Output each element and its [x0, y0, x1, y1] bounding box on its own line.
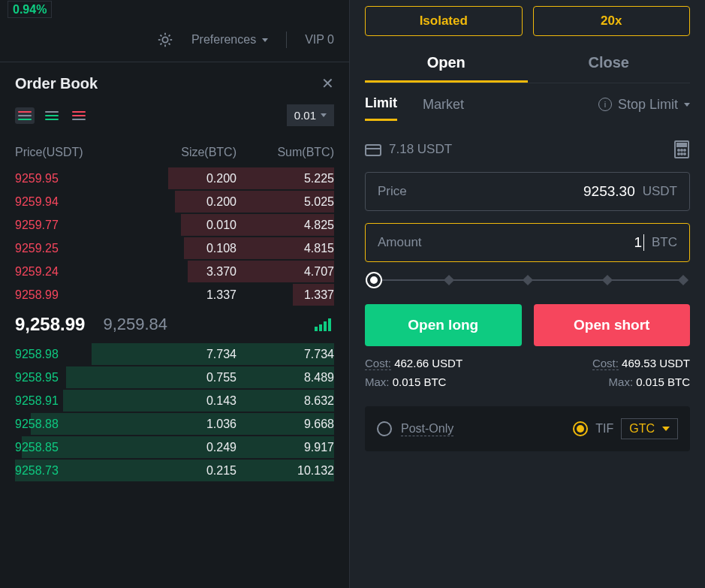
- row-price: 9258.99: [15, 288, 128, 302]
- mid-mark-price: 9,259.84: [103, 315, 167, 334]
- orderbook-row[interactable]: 9259.243.3704.707: [15, 260, 334, 283]
- orderbook-row[interactable]: 9259.950.2005.225: [15, 167, 334, 190]
- orderbook-view-both-icon[interactable]: [15, 107, 35, 124]
- header-size: Size(BTC): [128, 146, 237, 159]
- row-price: 9258.91: [15, 394, 128, 408]
- order-panel: Isolated 20x Open Close Limit Market i S…: [349, 0, 705, 588]
- orderbook-header: Order Book ✕: [0, 62, 349, 100]
- row-size: 0.215: [128, 464, 237, 478]
- svg-point-20: [678, 153, 679, 155]
- row-sum: 4.815: [237, 242, 334, 255]
- amount-slider[interactable]: [369, 274, 685, 286]
- tick-size-dropdown[interactable]: 0.01: [287, 104, 334, 126]
- ordertype-stop-limit[interactable]: i Stop Limit: [598, 97, 690, 120]
- short-cost-max: Cost: 469.53 USDT Max: 0.015 BTC: [592, 357, 690, 388]
- orderbook-row[interactable]: 9258.950.7558.489: [15, 366, 334, 389]
- balance-row: 7.18 USDT: [365, 128, 690, 172]
- orderbook-asks: 9259.950.2005.2259259.940.2005.0259259.7…: [0, 167, 349, 306]
- ordertype-stop-label: Stop Limit: [618, 97, 678, 113]
- ordertype-limit[interactable]: Limit: [365, 95, 397, 121]
- amount-input[interactable]: Amount 1 BTC: [365, 223, 690, 262]
- row-size: 0.249: [128, 441, 237, 454]
- long-max-label: Max:: [365, 375, 390, 388]
- price-label: Price: [378, 184, 407, 199]
- slider-stop: [523, 275, 533, 285]
- post-only-radio[interactable]: [377, 421, 392, 436]
- tab-open[interactable]: Open: [365, 41, 528, 83]
- row-sum: 1.337: [237, 288, 334, 302]
- orderbook-row[interactable]: 9258.881.0369.668: [15, 412, 334, 436]
- orderbook-mid: 9,258.99 9,259.84: [0, 306, 349, 342]
- orderbook-row[interactable]: 9259.940.2005.025: [15, 190, 334, 213]
- orderbook-title: Order Book: [15, 75, 98, 92]
- row-price: 9258.88: [15, 418, 128, 431]
- price-input[interactable]: Price 9253.30 USDT: [365, 172, 690, 211]
- chevron-down-icon: [262, 38, 268, 42]
- orderbook-row[interactable]: 9258.850.2499.917: [15, 436, 334, 459]
- row-sum: 5.225: [237, 172, 334, 185]
- row-price: 9258.73: [15, 464, 128, 478]
- preferences-label: Preferences: [191, 33, 256, 47]
- long-cost-value: 462.66 USDT: [394, 357, 462, 369]
- svg-line-6: [168, 44, 170, 45]
- orderbook-row[interactable]: 9258.987.7347.734: [15, 342, 334, 366]
- row-price: 9259.25: [15, 242, 128, 255]
- orderbook-bids: 9258.987.7347.7349258.950.7558.4899258.9…: [0, 342, 349, 482]
- row-size: 0.143: [128, 394, 237, 408]
- ordertype-market[interactable]: Market: [423, 97, 464, 120]
- svg-rect-13: [366, 145, 381, 155]
- orderbook-row[interactable]: 9259.770.0104.825: [15, 213, 334, 237]
- vip-label[interactable]: VIP 0: [305, 33, 334, 47]
- row-price: 9259.24: [15, 265, 128, 279]
- slider-thumb[interactable]: [367, 273, 381, 287]
- action-buttons: Open long Open short: [365, 304, 690, 346]
- order-type-tabs: Limit Market i Stop Limit: [365, 83, 690, 128]
- mid-price: 9,258.99: [15, 314, 85, 335]
- preferences-dropdown[interactable]: Preferences: [191, 33, 268, 47]
- depth-bars-icon[interactable]: [315, 318, 334, 331]
- row-sum: 8.489: [237, 371, 334, 384]
- tab-close[interactable]: Close: [528, 41, 691, 83]
- margin-mode-button[interactable]: Isolated: [365, 6, 523, 36]
- row-sum: 4.707: [237, 265, 334, 279]
- row-size: 1.036: [128, 418, 237, 431]
- open-long-button[interactable]: Open long: [365, 304, 522, 346]
- svg-rect-16: [677, 143, 686, 146]
- brightness-icon[interactable]: [157, 32, 173, 48]
- svg-point-17: [678, 149, 679, 151]
- leverage-button[interactable]: 20x: [533, 6, 691, 36]
- short-max-label: Max:: [609, 375, 634, 388]
- orderbook-row[interactable]: 9259.250.1084.815: [15, 237, 334, 260]
- tick-size-value: 0.01: [294, 109, 316, 122]
- short-cost-label: Cost:: [592, 357, 619, 370]
- tif-dropdown[interactable]: GTC: [621, 418, 678, 439]
- price-change-percent: 0.94%: [8, 1, 52, 18]
- header-sum: Sum(BTC): [237, 146, 334, 159]
- slider-stop: [678, 275, 688, 285]
- svg-point-0: [162, 37, 167, 42]
- row-sum: 9.668: [237, 418, 334, 431]
- row-size: 0.010: [128, 219, 237, 232]
- row-size: 1.337: [128, 288, 237, 302]
- row-sum: 9.917: [237, 441, 334, 454]
- slider-stop: [444, 275, 454, 285]
- orderbook-row[interactable]: 9258.730.21510.132: [15, 459, 334, 482]
- close-icon[interactable]: ✕: [321, 74, 334, 92]
- tif-radio[interactable]: [573, 421, 588, 436]
- open-short-button[interactable]: Open short: [534, 304, 691, 346]
- long-cost-label: Cost:: [365, 357, 391, 370]
- top-strip: 0.94%: [0, 0, 349, 21]
- orderbook-view-bids-icon[interactable]: [42, 107, 62, 124]
- calculator-icon[interactable]: [673, 140, 690, 158]
- tif-label: TIF: [595, 422, 613, 436]
- svg-line-8: [168, 35, 170, 36]
- row-size: 0.108: [128, 242, 237, 255]
- orderbook-row[interactable]: 9258.991.3371.337: [15, 283, 334, 306]
- orderbook-row[interactable]: 9258.910.1438.632: [15, 389, 334, 412]
- chevron-down-icon: [662, 427, 670, 431]
- svg-point-22: [684, 153, 685, 155]
- short-max-value: 0.015 BTC: [636, 375, 690, 388]
- header-price: Price(USDT): [15, 146, 128, 159]
- chevron-down-icon: [684, 103, 690, 107]
- orderbook-view-asks-icon[interactable]: [69, 107, 89, 124]
